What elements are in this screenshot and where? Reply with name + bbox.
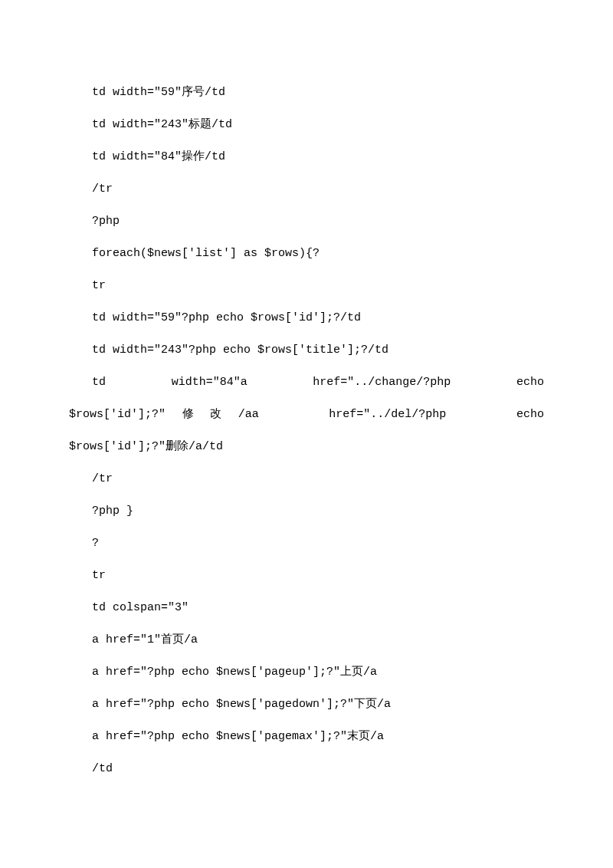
code-line: a href="?php echo $news['pageup'];?"上页/a bbox=[69, 656, 544, 689]
code-line: a href="1"首页/a bbox=[69, 624, 544, 656]
code-line: a href="?php echo $news['pagedown'];?"下页… bbox=[69, 689, 544, 721]
code-line: /tr bbox=[69, 173, 544, 205]
code-line: ?php } bbox=[69, 495, 544, 528]
code-line: td width="59"序号/td bbox=[69, 77, 544, 109]
code-block: td width="59"序号/tdtd width="243"标题/tdtd … bbox=[69, 77, 544, 785]
code-line: $rows['id'];?"修改/aa href="../del/?php ec… bbox=[69, 399, 544, 431]
code-line: foreach($news['list'] as $rows){? bbox=[69, 238, 544, 270]
code-line: td width="59"?php echo $rows['id'];?/td bbox=[69, 302, 544, 334]
code-line: tr bbox=[69, 270, 544, 302]
code-line: /tr bbox=[69, 463, 544, 495]
document-page: td width="59"序号/tdtd width="243"标题/tdtd … bbox=[0, 0, 613, 831]
code-line: td width="84"a href="../change/?php echo bbox=[69, 367, 544, 399]
code-line: a href="?php echo $news['pagemax'];?"末页/… bbox=[69, 721, 544, 753]
code-line: ? bbox=[69, 528, 544, 560]
code-line: td width="243"标题/td bbox=[69, 109, 544, 141]
code-line: td width="84"操作/td bbox=[69, 141, 544, 173]
code-line: ?php bbox=[69, 205, 544, 238]
code-line: /td bbox=[69, 753, 544, 785]
code-line: tr bbox=[69, 560, 544, 592]
code-line: $rows['id'];?"删除/a/td bbox=[69, 431, 544, 463]
code-line: td width="243"?php echo $rows['title'];?… bbox=[69, 334, 544, 367]
code-line: td colspan="3" bbox=[69, 592, 544, 624]
